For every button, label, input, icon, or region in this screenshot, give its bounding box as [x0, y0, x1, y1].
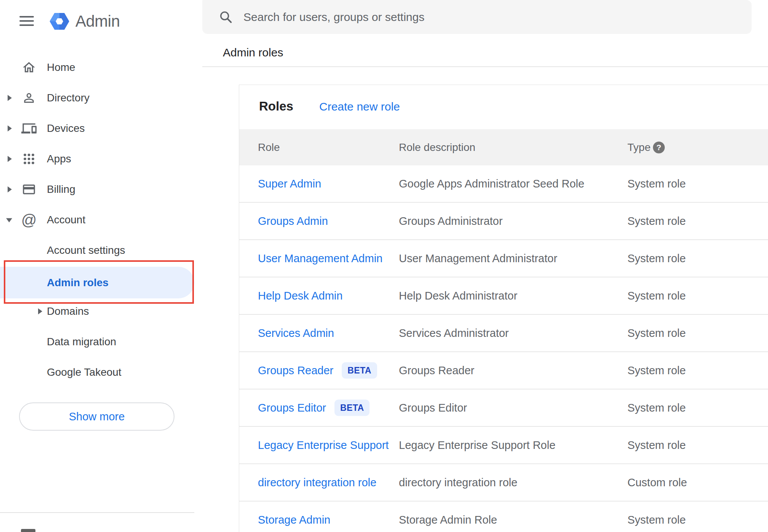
role-description: directory integration role	[399, 476, 517, 489]
sidebar-divider	[0, 512, 194, 513]
sidebar-item-devices[interactable]: Devices	[0, 113, 194, 144]
role-description: User Management Administrator	[399, 252, 557, 265]
roles-table: Super Admin Google Apps Administrator Se…	[239, 165, 768, 532]
menu-bar	[19, 24, 34, 26]
sidebar-item-label: Billing	[47, 183, 75, 195]
role-description: Help Desk Administrator	[399, 290, 517, 302]
account-icon: @	[21, 212, 37, 228]
role-link[interactable]: directory integration role	[258, 476, 376, 489]
search-input[interactable]	[243, 11, 720, 24]
beta-badge: BETA	[334, 400, 370, 416]
menu-icon[interactable]	[19, 16, 34, 26]
search-bar[interactable]	[202, 0, 752, 34]
role-type: System role	[627, 290, 686, 302]
role-link[interactable]: Groups Admin	[258, 215, 328, 228]
role-type: System role	[627, 178, 686, 190]
admin-console: Admin Admin roles Home Directory	[0, 0, 768, 532]
home-icon	[21, 60, 37, 75]
menu-bar	[19, 20, 34, 22]
breadcrumb-divider	[202, 66, 768, 67]
beta-badge: BETA	[342, 362, 377, 379]
role-description: Services Administrator	[399, 327, 509, 340]
chevron-right-icon[interactable]	[38, 308, 42, 314]
role-link[interactable]: User Management Admin	[258, 252, 382, 265]
role-link[interactable]: Super Admin	[258, 178, 321, 190]
apps-icon	[21, 151, 37, 167]
sidebar-item-account[interactable]: @ Account	[0, 205, 194, 235]
sidebar-item-label: Home	[47, 61, 75, 74]
sidebar-item-label: Domains	[47, 305, 89, 317]
search-icon[interactable]	[218, 10, 234, 25]
chevron-down-icon[interactable]	[6, 218, 12, 223]
create-new-role-link[interactable]: Create new role	[319, 99, 400, 114]
sidebar-item-data-migration[interactable]: Data migration	[0, 327, 194, 357]
chevron-right-icon[interactable]	[8, 156, 12, 162]
sidebar-item-domains[interactable]: Domains	[0, 296, 194, 327]
logo-text: Admin	[75, 12, 120, 30]
help-icon[interactable]: ?	[653, 141, 665, 153]
sidebar-item-label: Apps	[47, 153, 71, 165]
column-header-description[interactable]: Role description	[399, 141, 475, 154]
table-row: Help Desk Admin Help Desk Administrator …	[239, 277, 768, 315]
sidebar-item-label: Data migration	[47, 336, 116, 348]
sidebar-item-label: Devices	[47, 122, 85, 135]
breadcrumb: Admin roles	[223, 45, 283, 60]
role-link[interactable]: Groups Editor	[258, 402, 326, 414]
role-description: Groups Reader	[399, 364, 474, 377]
role-link[interactable]: Storage Admin	[258, 514, 330, 526]
role-description: Legacy Enterprise Support Role	[399, 439, 555, 452]
show-more-button[interactable]: Show more	[19, 402, 174, 431]
table-row: Storage Admin Storage Admin Role System …	[239, 502, 768, 532]
role-type: System role	[627, 514, 686, 526]
role-type: System role	[627, 252, 686, 265]
card-title: Roles	[259, 98, 293, 115]
table-row: Groups Editor BETA Groups Editor System …	[239, 389, 768, 427]
admin-hexagon-icon	[48, 10, 70, 32]
table-row: Legacy Enterprise Support Legacy Enterpr…	[239, 427, 768, 464]
devices-icon	[21, 121, 37, 136]
table-row: User Management Admin User Management Ad…	[239, 240, 768, 277]
partial-cutoff-icon	[21, 529, 35, 532]
table-header: Role Role description Type ?	[239, 129, 768, 165]
logo[interactable]: Admin	[48, 10, 120, 33]
role-description: Groups Editor	[399, 402, 467, 414]
role-type: System role	[627, 402, 686, 414]
role-link[interactable]: Help Desk Admin	[258, 290, 342, 302]
role-type: System role	[627, 439, 686, 452]
sidebar-item-home[interactable]: Home	[0, 52, 194, 83]
menu-bar	[19, 16, 34, 18]
role-link[interactable]: Groups Reader	[258, 364, 333, 377]
column-header-type[interactable]: Type	[627, 141, 651, 154]
table-row: Services Admin Services Administrator Sy…	[239, 315, 768, 352]
at-glyph: @	[21, 212, 37, 228]
table-row: Groups Admin Groups Administrator System…	[239, 203, 768, 240]
roles-card: Roles Create new role Role Role descript…	[239, 85, 768, 532]
directory-icon	[21, 90, 37, 106]
chevron-right-icon[interactable]	[8, 125, 12, 131]
table-row: directory integration role directory int…	[239, 464, 768, 502]
role-type: System role	[627, 364, 686, 377]
table-row: Groups Reader BETA Groups Reader System …	[239, 352, 768, 389]
chevron-right-icon[interactable]	[8, 186, 12, 192]
chevron-right-icon[interactable]	[8, 95, 12, 101]
column-header-role[interactable]: Role	[258, 141, 280, 154]
sidebar-item-apps[interactable]: Apps	[0, 144, 194, 174]
role-type: System role	[627, 327, 686, 340]
sidebar-item-billing[interactable]: Billing	[0, 174, 194, 205]
role-type: Custom role	[627, 476, 687, 489]
role-description: Google Apps Administrator Seed Role	[399, 178, 584, 190]
sidebar-item-label: Directory	[47, 92, 90, 104]
role-type: System role	[627, 215, 686, 228]
billing-icon	[21, 182, 37, 197]
table-row: Super Admin Google Apps Administrator Se…	[239, 165, 768, 203]
role-link[interactable]: Legacy Enterprise Support	[258, 439, 389, 452]
role-link[interactable]: Services Admin	[258, 327, 334, 340]
role-description: Storage Admin Role	[399, 514, 497, 526]
sidebar-item-label: Google Takeout	[47, 366, 122, 378]
sidebar-item-google-takeout[interactable]: Google Takeout	[0, 357, 194, 388]
sidebar-item-directory[interactable]: Directory	[0, 83, 194, 113]
sidebar-item-label: Account	[47, 214, 85, 226]
role-description: Groups Administrator	[399, 215, 502, 228]
sidebar-item-label: Account settings	[47, 244, 125, 256]
